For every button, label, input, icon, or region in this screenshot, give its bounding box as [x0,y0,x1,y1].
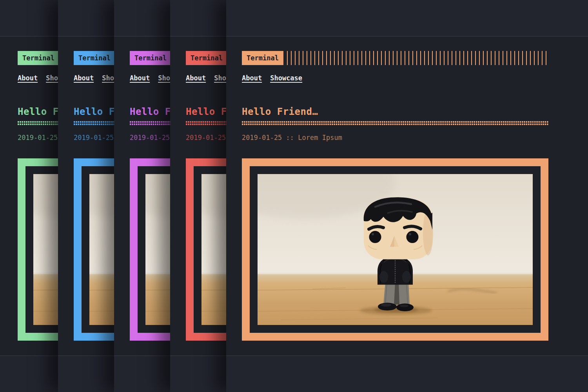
logo-badge[interactable]: Terminal [130,51,171,65]
post: Hello Friend… 2019-01-25 :: Lorem Ipsum [242,107,548,341]
panel-content: Terminal About Showcase Hello Friend… 20… [226,51,588,341]
nav-link-about[interactable]: About [242,74,262,82]
theme-panel-orange: Terminal About Showcase Hello Friend… 20… [226,0,588,392]
panel-top-band [226,0,588,36]
logo-badge[interactable]: Terminal [242,51,283,65]
cursor-bars-decoration [287,51,548,65]
nav-link-about[interactable]: About [186,74,206,82]
nav-link-about[interactable]: About [18,74,38,82]
nav-link-showcase[interactable]: Showcase [270,74,302,82]
main-menu: About Showcase [242,74,588,82]
figure-jacket [377,255,413,285]
figure-head [364,197,433,259]
logo-badge[interactable]: Terminal [186,51,227,65]
nav-link-about[interactable]: About [130,74,150,82]
post-meta: 2019-01-25 :: Lorem Ipsum [242,134,548,141]
site-header: Terminal [242,51,548,65]
post-title: Hello Friend… [242,107,548,116]
post-title-divider [242,121,548,125]
post-image-frame [242,158,548,341]
post-image-inner-frame [250,166,541,333]
nav-link-about[interactable]: About [74,74,94,82]
logo-badge[interactable]: Terminal [74,51,115,65]
logo-badge[interactable]: Terminal [18,51,59,65]
terminal-theme-showcase: { "site": { "logo_text": "Terminal", "me… [0,0,588,392]
panel-bottom-band [226,356,588,392]
funko-pop-photo [258,174,533,325]
